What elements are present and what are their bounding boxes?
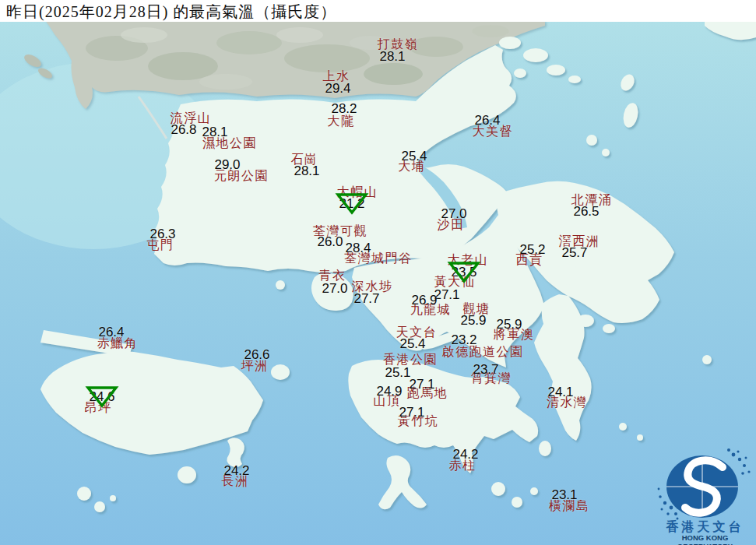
station-temperature-value: 24.2 — [223, 463, 249, 479]
station-temperature-value: 26.9 — [411, 293, 437, 308]
station-temperature-value: 23.7 — [473, 362, 498, 378]
weather-map-page: 昨日(2025年02月28日) 的最高氣溫（攝氏度） 打鼓嶺28.1上水29.4… — [0, 0, 756, 545]
station-temperature-value: 23.2 — [451, 332, 476, 348]
station-temperature-value: 27.1 — [399, 405, 424, 420]
station-temperature-value: 26.4 — [98, 325, 124, 340]
station-temperature-value: 28.4 — [345, 241, 371, 256]
station-temperature-value: 27.1 — [409, 377, 434, 392]
hko-logo: 香港天文台 HONG KONG OBSERVATORY — [654, 442, 756, 545]
station-temperature-value: 21.2 — [339, 196, 364, 212]
station-temperature-value: 28.1 — [294, 164, 319, 179]
station-temperature-value: 25.1 — [385, 365, 410, 381]
station-temperature-value: 26.6 — [244, 347, 269, 363]
station-temperature-value: 24.9 — [376, 384, 402, 399]
station-temperature-value: 25.2 — [519, 242, 545, 258]
station-temperature-value: 26.3 — [149, 227, 175, 242]
station-temperature-value: 27.0 — [322, 281, 347, 297]
station-temperature-value: 27.0 — [441, 206, 466, 222]
station-temperature-value: 28.1 — [379, 49, 405, 65]
station-temperature-value: 26.5 — [573, 204, 599, 220]
station-temperature-value: 27.1 — [434, 287, 459, 303]
hko-logo-emblem — [654, 442, 756, 520]
station-temperature-value: 26.0 — [317, 234, 343, 250]
station-temperature-value: 25.9 — [496, 317, 522, 332]
station-temperature-value: 29.4 — [325, 81, 350, 97]
station-temperature-value: 25.4 — [399, 336, 425, 352]
hko-logo-english-name: HONG KONG OBSERVATORY — [654, 533, 756, 545]
station-temperature-value: 28.2 — [331, 101, 357, 117]
station-temperature-value: 28.1 — [202, 125, 227, 140]
station-labels-layer: 打鼓嶺28.1上水29.4大隴28.2流浮山26.8濕地公園28.1元朗公園29… — [0, 0, 756, 545]
station-temperature-value: 24.2 — [452, 447, 478, 462]
station-temperature-value: 26.8 — [171, 122, 196, 138]
station-temperature-value: 25.7 — [561, 245, 587, 261]
station-temperature-value: 29.0 — [214, 157, 240, 173]
station-temperature-value: 23.1 — [551, 487, 577, 503]
station-temperature-value: 26.4 — [474, 113, 500, 128]
station-temperature-value: 25.4 — [401, 149, 427, 164]
station-temperature-value: 25.9 — [460, 313, 486, 329]
station-temperature-value: 27.7 — [353, 291, 379, 307]
station-temperature-value: 24.6 — [89, 389, 114, 405]
station-temperature-value: 24.1 — [547, 385, 573, 400]
